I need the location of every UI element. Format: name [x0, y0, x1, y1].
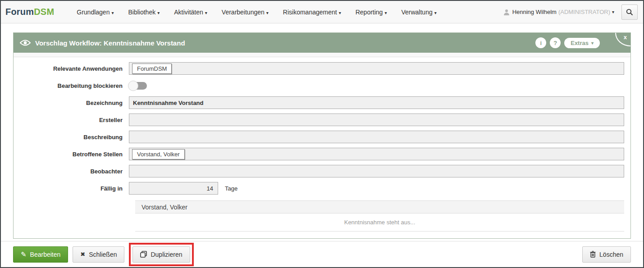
chevron-down-icon: ▾ — [157, 10, 160, 15]
chevron-down-icon: ▾ — [612, 9, 614, 14]
action-bar-right: Löschen — [582, 246, 631, 263]
chevron-down-icon: ▾ — [266, 10, 269, 15]
menu-verarbeitungen[interactable]: Verarbeitungen▾ — [216, 5, 274, 19]
field-row-bearbeitung-blockieren: Bearbeitung blockieren — [20, 79, 624, 92]
panel-header: Vorschlag Workflow: Kenntnisnahme Vorsta… — [14, 33, 630, 53]
content-area: Vorschlag Workflow: Kenntnisnahme Vorsta… — [1, 23, 643, 239]
field-value — [129, 131, 624, 143]
user-name: Henning Wilhelm — [512, 9, 557, 15]
bearbeiten-button[interactable]: ✎ Bearbeiten — [13, 246, 68, 263]
menu-aktivitaeten[interactable]: Aktivitäten▾ — [169, 5, 213, 19]
menu-risikomanagement[interactable]: Risikomanagement▾ — [278, 5, 347, 19]
faellig-in-suffix: Tage — [225, 185, 238, 192]
loeschen-button[interactable]: Löschen — [582, 246, 631, 263]
app-logo[interactable]: ForumDSM — [5, 7, 54, 17]
panel-header-actions: i ? Extras ▾ — [535, 37, 600, 48]
duplizieren-button[interactable]: Duplizieren — [132, 246, 190, 263]
field-label: Bezeichnung — [20, 100, 129, 106]
app-window: ForumDSM Grundlagen▾ Bibliothek▾ Aktivit… — [0, 0, 644, 268]
schliessen-button[interactable]: ✖ Schließen — [73, 246, 124, 263]
top-navbar: ForumDSM Grundlagen▾ Bibliothek▾ Aktivit… — [1, 1, 643, 23]
field-value: ForumDSM — [129, 62, 624, 75]
menu-verwaltung[interactable]: Verwaltung▾ — [396, 5, 442, 19]
beobachter-input[interactable] — [129, 165, 624, 177]
user-menu[interactable]: Henning Wilhelm (ADMINISTRATOR) ▾ — [503, 9, 614, 15]
field-row-beschreibung: Beschreibung — [20, 131, 624, 143]
duplizieren-highlight-annotation: Duplizieren — [129, 243, 193, 266]
workflow-panel: Vorschlag Workflow: Kenntnisnahme Vorsta… — [13, 32, 631, 239]
edit-icon: ✎ — [21, 250, 27, 259]
toggle-knob — [128, 81, 138, 91]
field-row-faellig-in: Fällig in 14 Tage — [20, 182, 624, 195]
field-label: Bearbeitung blockieren — [20, 82, 129, 89]
field-row-bezeichnung: Bezeichnung Kenntnisnahme Vorstand — [20, 96, 624, 109]
table-header-row: Vorstand, Volker — [135, 201, 624, 213]
chevron-down-icon: ▾ — [111, 10, 114, 15]
field-row-beobachter: Beobachter — [20, 165, 624, 177]
faellig-in-input[interactable]: 14 — [129, 182, 218, 195]
panel-title: Vorschlag Workflow: Kenntnisnahme Vorsta… — [35, 39, 185, 47]
field-value: Vorstand, Volker — [129, 148, 624, 160]
logo-part-forum: Forum — [5, 7, 34, 17]
field-value — [129, 82, 624, 90]
tag-forumdsm[interactable]: ForumDSM — [132, 64, 172, 74]
menu-grundlagen[interactable]: Grundlagen▾ — [71, 5, 119, 19]
relevante-anwendungen-input[interactable]: ForumDSM — [129, 62, 624, 75]
bearbeitung-blockieren-toggle[interactable] — [129, 82, 147, 90]
table-empty-row: Kenntnisnahme steht aus... — [135, 213, 624, 232]
chevron-down-icon: ▾ — [384, 10, 387, 15]
navbar-right: Henning Wilhelm (ADMINISTRATOR) ▾ — [503, 5, 638, 20]
user-role: (ADMINISTRATOR) — [558, 9, 610, 15]
field-label: Betroffene Stellen — [20, 151, 129, 158]
field-row-betroffene-stellen: Betroffene Stellen Vorstand, Volker — [20, 148, 624, 160]
info-button[interactable]: i — [535, 37, 546, 48]
logo-part-dsm: DSM — [34, 7, 54, 17]
extras-button[interactable]: Extras ▾ — [564, 38, 600, 48]
field-label: Relevante Anwendungen — [20, 65, 129, 72]
search-button[interactable] — [621, 5, 638, 20]
field-value: 14 Tage — [129, 182, 624, 195]
chevron-down-icon: ▾ — [434, 10, 437, 15]
workflow-form: Relevante Anwendungen ForumDSM Bearbeitu… — [14, 57, 630, 238]
ersteller-input[interactable] — [129, 114, 624, 126]
field-row-ersteller: Ersteller — [20, 114, 624, 126]
close-icon: x — [624, 34, 627, 41]
field-label: Fällig in — [20, 185, 129, 192]
field-row-relevante-anwendungen: Relevante Anwendungen ForumDSM — [20, 62, 624, 75]
close-icon: ✖ — [80, 251, 85, 258]
action-bar: ✎ Bearbeiten ✖ Schließen Duplizieren Lös… — [1, 241, 643, 267]
trash-icon — [590, 251, 596, 258]
bezeichnung-input[interactable]: Kenntnisnahme Vorstand — [129, 96, 624, 109]
help-button[interactable]: ? — [550, 37, 561, 48]
field-value — [129, 165, 624, 177]
tag-vorstand-volker[interactable]: Vorstand, Volker — [132, 149, 185, 159]
betroffene-stellen-input[interactable]: Vorstand, Volker — [129, 148, 624, 160]
field-value — [129, 114, 624, 126]
beschreibung-input[interactable] — [129, 131, 624, 143]
chevron-down-icon: ▾ — [339, 10, 341, 15]
panel-close-button[interactable]: x — [615, 33, 630, 46]
duplicate-icon — [140, 251, 147, 258]
main-menu: Grundlagen▾ Bibliothek▾ Aktivitäten▾ Ver… — [71, 5, 442, 19]
chevron-down-icon: ▾ — [205, 10, 207, 15]
search-icon — [626, 9, 633, 16]
menu-reporting[interactable]: Reporting▾ — [350, 5, 393, 19]
chevron-down-icon: ▾ — [591, 41, 594, 45]
menu-bibliothek[interactable]: Bibliothek▾ — [123, 5, 165, 19]
acknowledgement-table: Vorstand, Volker Kenntnisnahme steht aus… — [135, 200, 624, 232]
eye-icon — [20, 39, 31, 46]
field-label: Beobachter — [20, 168, 129, 175]
field-label: Ersteller — [20, 117, 129, 123]
user-icon — [503, 9, 510, 15]
field-label: Beschreibung — [20, 134, 129, 141]
panel-divider-strip — [14, 53, 630, 57]
field-value: Kenntnisnahme Vorstand — [129, 96, 624, 109]
